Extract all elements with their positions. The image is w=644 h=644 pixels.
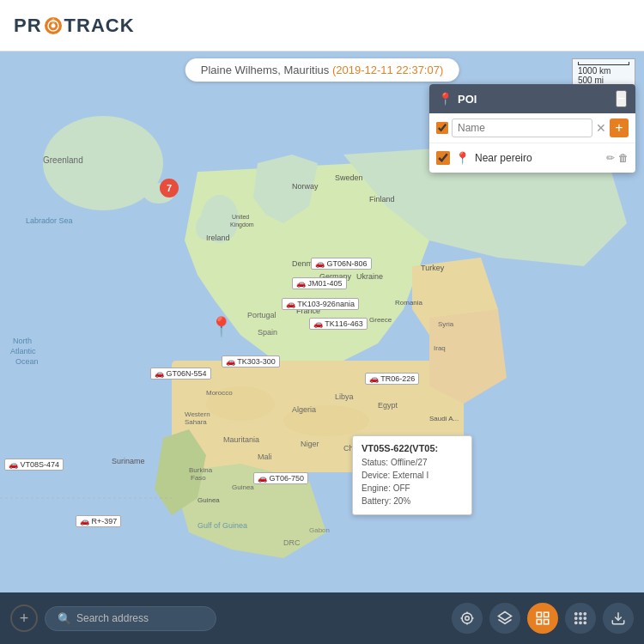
vehicle-label[interactable]: 🚗 GT06N-806 — [311, 258, 372, 270]
svg-text:Turkey: Turkey — [421, 264, 445, 272]
vehicle-label[interactable]: 🚗 GT06N-554 — [150, 368, 211, 380]
svg-text:Mali: Mali — [258, 453, 272, 461]
search-placeholder-text: Search address — [76, 612, 149, 624]
poi-panel: 📍 POI − ✕ + 📍 Near pereiro ✏ 🗑 — [429, 84, 635, 173]
popup-status: Status: Offline/27 — [361, 456, 463, 469]
vehicle-label[interactable]: 🚗 TK116-463 — [309, 318, 368, 330]
popup-title: VT05S-622(VT05: — [361, 443, 463, 453]
svg-text:Ukraine: Ukraine — [356, 272, 383, 281]
svg-rect-66 — [544, 620, 549, 624]
svg-text:Spain: Spain — [258, 328, 277, 337]
dots-toolbar-button[interactable] — [565, 603, 596, 634]
poi-search-input[interactable] — [452, 118, 592, 137]
svg-point-71 — [575, 617, 577, 619]
svg-text:Guinea: Guinea — [197, 496, 220, 504]
vehicle-label[interactable]: 🚗 GT06-750 — [253, 472, 308, 484]
poi-clear-button[interactable]: ✕ — [596, 121, 606, 135]
toolbar-icons — [452, 603, 634, 634]
svg-rect-63 — [537, 612, 541, 617]
svg-point-69 — [580, 622, 581, 623]
svg-text:Romania: Romania — [395, 299, 423, 307]
download-toolbar-button[interactable] — [603, 603, 634, 634]
poi-minimize-button[interactable]: − — [616, 90, 627, 107]
popup-engine: Engine: OFF — [361, 482, 463, 495]
svg-point-70 — [575, 613, 577, 615]
logo: PR TRACK — [14, 15, 135, 37]
poi-item-checkbox[interactable] — [436, 151, 450, 165]
poi-delete-button[interactable]: 🗑 — [618, 152, 629, 164]
svg-text:Kingdom: Kingdom — [230, 222, 254, 228]
map-pin[interactable]: 📍 — [210, 316, 233, 338]
main-content: Gulf of Guinea DRC Gabon Labrador Sea No… — [0, 52, 644, 644]
poi-edit-button[interactable]: ✏ — [606, 152, 615, 164]
svg-text:Algeria: Algeria — [292, 405, 316, 414]
svg-point-73 — [584, 613, 586, 615]
popup-battery: Battery: 20% — [361, 495, 463, 507]
cluster-badge[interactable]: 7 — [160, 179, 179, 197]
vehicle-label[interactable]: 🚗 TK303-300 — [222, 355, 280, 368]
scale-km: 1000 km — [578, 66, 629, 76]
poi-list-item: 📍 Near pereiro ✏ 🗑 — [429, 147, 635, 169]
vehicle-label[interactable]: 🚗 JM01-405 — [292, 277, 347, 289]
svg-text:United: United — [232, 214, 249, 220]
vehicle-label[interactable]: 🚗 TR06-226 — [365, 373, 419, 385]
map-background[interactable]: Gulf of Guinea DRC Gabon Labrador Sea No… — [0, 52, 644, 592]
grid-toolbar-button[interactable] — [527, 603, 558, 634]
location-bar: Plaine Wilhems, Mauritius (2019-12-11 22… — [185, 58, 459, 82]
svg-text:Labrador Sea: Labrador Sea — [26, 216, 73, 225]
svg-point-56 — [462, 613, 472, 623]
svg-text:Gulf of Guinea: Gulf of Guinea — [197, 521, 247, 530]
svg-text:North: North — [13, 337, 32, 345]
svg-text:Ocean: Ocean — [15, 357, 39, 366]
svg-text:Suriname: Suriname — [112, 457, 145, 465]
svg-text:Guinea: Guinea — [232, 483, 254, 491]
svg-text:Sahara: Sahara — [185, 418, 207, 426]
svg-text:Ireland: Ireland — [206, 234, 230, 242]
search-bar-container: 🔍 Search address — [45, 606, 216, 631]
svg-point-72 — [575, 622, 577, 623]
svg-point-68 — [580, 617, 581, 619]
svg-text:DRC: DRC — [283, 538, 301, 547]
svg-rect-65 — [537, 620, 541, 624]
logo-text-track: TRACK — [64, 15, 135, 37]
svg-text:Burkina: Burkina — [189, 466, 213, 474]
svg-point-74 — [584, 617, 586, 619]
svg-text:Iraq: Iraq — [434, 344, 446, 352]
poi-panel-header: 📍 POI − — [429, 84, 635, 113]
poi-search-row: ✕ + — [429, 113, 635, 143]
svg-text:Gabon: Gabon — [309, 526, 330, 534]
add-button[interactable]: + — [10, 605, 38, 632]
layers-toolbar-button[interactable] — [489, 603, 520, 634]
svg-point-57 — [465, 617, 470, 621]
svg-text:Greenland: Greenland — [43, 155, 83, 165]
svg-text:Saudi A...: Saudi A... — [429, 415, 459, 422]
svg-text:Morocco: Morocco — [206, 389, 233, 397]
vehicle-label[interactable]: 🚗 R+-397 — [76, 515, 121, 527]
vehicle-label[interactable]: 🚗 TK103-926nania — [282, 298, 359, 310]
poi-item-pin-icon: 📍 — [455, 151, 470, 165]
svg-text:Syria: Syria — [438, 320, 454, 328]
bottom-toolbar: + 🔍 Search address — [0, 592, 644, 644]
svg-marker-62 — [499, 612, 512, 621]
svg-text:Libya: Libya — [335, 392, 354, 401]
svg-point-67 — [580, 613, 581, 615]
vehicle-popup: VT05S-622(VT05: Status: Offline/27 Devic… — [352, 435, 472, 515]
svg-text:Greece: Greece — [369, 316, 392, 324]
logo-text-pr: PR — [14, 15, 42, 37]
poi-pin-icon: 📍 — [438, 92, 453, 106]
svg-text:Niger: Niger — [301, 440, 319, 448]
location-toolbar-button[interactable] — [452, 603, 483, 634]
poi-item-name: Near pereiro — [475, 152, 601, 164]
poi-list: 📍 Near pereiro ✏ 🗑 — [429, 143, 635, 173]
svg-text:Western: Western — [185, 410, 210, 418]
logo-signal-icon — [43, 15, 64, 36]
svg-rect-64 — [544, 612, 549, 617]
svg-text:Egypt: Egypt — [378, 401, 398, 410]
poi-add-button[interactable]: + — [610, 118, 629, 137]
svg-text:Norway: Norway — [292, 182, 319, 191]
svg-point-75 — [584, 622, 586, 623]
location-datetime: (2019-12-11 22:37:07) — [332, 64, 443, 76]
vehicle-label[interactable]: 🚗 VT08S-474 — [4, 459, 64, 471]
poi-all-checkbox[interactable] — [436, 121, 448, 135]
svg-text:Finland: Finland — [369, 195, 395, 204]
